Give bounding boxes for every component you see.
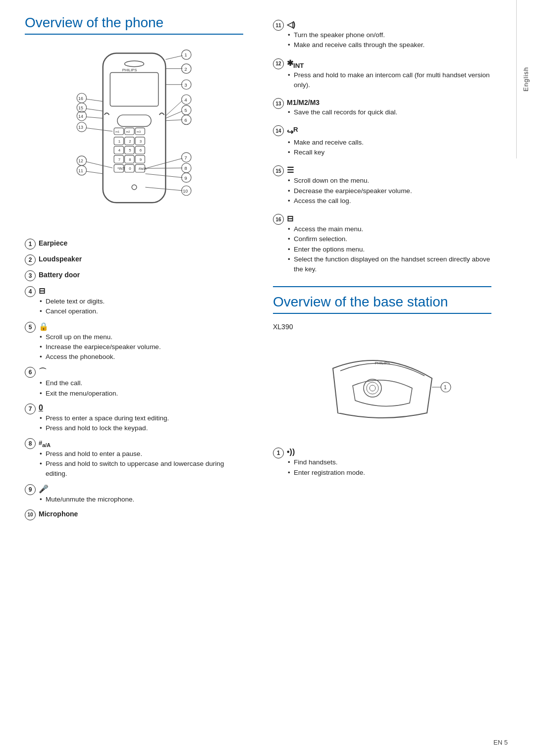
item-number-3: 3	[25, 270, 36, 281]
items-list-left: 1 Earpiece 2 Loudspeaker 3	[25, 239, 243, 520]
svg-point-86	[370, 385, 375, 391]
base-item-1: 1 •)) Find handsets. Enter registration …	[273, 448, 491, 478]
item-number-10: 10	[25, 509, 36, 520]
item-number-8: 8	[25, 438, 36, 449]
item-14: 14 ↪R Make and receive calls. Recall key	[273, 125, 491, 157]
item-icon-9: 🎤	[39, 485, 49, 493]
svg-line-60	[86, 117, 103, 118]
svg-text:9: 9	[184, 175, 187, 181]
bullet: Find handsets.	[287, 457, 491, 467]
bullet: Delete text or digits.	[39, 297, 243, 306]
item-icon-14: ↪R	[287, 128, 298, 136]
item-content-15: ☰ Scroll down on the menu. Decrease the …	[287, 165, 491, 206]
svg-text:m3: m3	[136, 130, 140, 133]
item-bullets-8: Press and hold to enter a pause. Press a…	[39, 449, 243, 479]
item-number-9: 9	[25, 484, 36, 495]
item-icon-7: 0	[39, 403, 43, 412]
bullet: Enter the options menu.	[287, 245, 491, 254]
svg-text:3: 3	[184, 82, 187, 88]
item-bullets-13: Save the call records for quick dial.	[287, 107, 491, 117]
bullet: Select the function displayed on the han…	[287, 254, 491, 275]
svg-text:7: 7	[184, 155, 187, 160]
item-9: 9 🎤 Mute/unmute the microphone.	[25, 484, 243, 504]
item-content-5: 🔒 Scroll up on the menu. Increase the ea…	[39, 322, 243, 362]
svg-text:0: 0	[129, 166, 131, 171]
svg-point-35	[132, 185, 137, 190]
bullet: Turn the speaker phone on/off.	[287, 30, 491, 40]
item-icon-4: ⊟	[39, 287, 45, 295]
item-bullets-15: Scroll down on the menu. Decrease the ea…	[287, 176, 491, 206]
bullet: Make and receive calls through the speak…	[287, 40, 491, 50]
svg-text:m2: m2	[126, 130, 130, 133]
item-icon-15: ☰	[287, 166, 294, 174]
bullet: Press to enter a space during text editi…	[39, 413, 243, 423]
item-label-13: M1/M2/M3	[287, 99, 320, 106]
svg-text:8: 8	[129, 157, 131, 162]
item-icon-8: #a/A	[39, 439, 51, 447]
item-number-15: 15	[273, 165, 284, 176]
bullet: Press and hold to make an intercom call …	[287, 70, 491, 91]
item-label-3: Battery door	[39, 271, 80, 279]
item-content-16: ⊟ Access the main menu. Confirm selectio…	[287, 214, 491, 274]
item-1: 1 Earpiece	[25, 239, 243, 250]
base-items-list: 1 •)) Find handsets. Enter registration …	[273, 448, 491, 478]
bullet: Press and hold to lock the keypad.	[39, 423, 243, 433]
item-12: 12 ✱INT Press and hold to make an interc…	[273, 58, 491, 91]
item-number-11: 11	[273, 20, 284, 31]
footer-text: EN 5	[493, 739, 508, 746]
item-icon-12: ✱INT	[287, 59, 304, 67]
item-bullets-12: Press and hold to make an intercom call …	[287, 70, 491, 91]
item-number-13: 13	[273, 98, 284, 109]
item-bullets-5: Scroll up on the menu. Increase the earp…	[39, 332, 243, 362]
svg-rect-1	[110, 72, 158, 106]
item-icon-16: ⊟	[287, 214, 293, 223]
svg-text:5: 5	[184, 107, 187, 113]
section-divider	[273, 286, 491, 287]
svg-line-63	[86, 128, 112, 131]
svg-text:PHILIPS: PHILIPS	[374, 361, 390, 365]
svg-text:3: 3	[139, 139, 141, 144]
item-label-10: Microphone	[39, 510, 78, 518]
item-content-10: Microphone	[39, 509, 243, 518]
svg-line-45	[165, 101, 182, 116]
item-bullets-16: Access the main menu. Confirm selection.…	[287, 224, 491, 274]
item-16: 16 ⊟ Access the main menu. Confirm selec…	[273, 214, 491, 274]
base-item-content-1: •)) Find handsets. Enter registration mo…	[287, 448, 491, 478]
svg-line-69	[86, 171, 103, 174]
item-7: 7 0 Press to enter a space during text e…	[25, 403, 243, 434]
svg-line-57	[86, 108, 103, 111]
svg-text:*INT: *INT	[117, 166, 125, 171]
item-content-8: #a/A Press and hold to enter a pause. Pr…	[39, 438, 243, 479]
phone-diagram: PHILIPS m1 m2 m3	[25, 44, 243, 227]
page-footer: EN 5	[493, 739, 508, 746]
svg-rect-0	[103, 53, 165, 202]
item-10: 10 Microphone	[25, 509, 243, 520]
bullet: Scroll up on the menu.	[39, 332, 243, 342]
svg-point-2	[124, 61, 144, 67]
item-content-6: ⌒ End the call. Exit the menu/operation.	[39, 367, 243, 399]
bullet: Mute/unmute the microphone.	[39, 495, 243, 504]
bullet: Decrease the earpiece/speaker volume.	[287, 186, 491, 196]
svg-text:11: 11	[78, 168, 83, 173]
item-content-14: ↪R Make and receive calls. Recall key	[287, 125, 491, 157]
item-content-2: Loudspeaker	[39, 254, 243, 263]
item-number-1: 1	[25, 239, 36, 250]
item-8: 8 #a/A Press and hold to enter a pause. …	[25, 438, 243, 479]
item-6: 6 ⌒ End the call. Exit the menu/operatio…	[25, 367, 243, 399]
svg-text:PHILIPS: PHILIPS	[122, 68, 137, 72]
item-15: 15 ☰ Scroll down on the menu. Decrease t…	[273, 165, 491, 206]
svg-text:13: 13	[78, 125, 83, 130]
svg-text:1: 1	[184, 52, 187, 57]
bullet: Access the call log.	[287, 196, 491, 206]
item-3: 3 Battery door	[25, 270, 243, 281]
svg-point-85	[367, 382, 378, 394]
item-number-4: 4	[25, 286, 36, 297]
bullet: Access the phonebook.	[39, 352, 243, 362]
bullet: Cancel operation.	[39, 306, 243, 316]
bullet: Recall key	[287, 148, 491, 157]
svg-text:1: 1	[118, 139, 120, 144]
item-content-1: Earpiece	[39, 239, 243, 247]
items-list-right: 11 ◁) Turn the speaker phone on/off. Mak…	[273, 20, 491, 274]
svg-text:8: 8	[184, 165, 187, 171]
svg-text:6: 6	[139, 148, 141, 152]
